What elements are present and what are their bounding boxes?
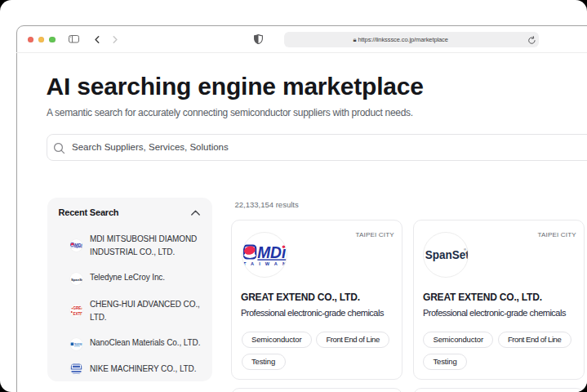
svg-text:TELEDYNE: TELEDYNE (74, 342, 82, 345)
svg-text:®: ® (464, 247, 466, 252)
svg-text:GRE﻿A: GRE﻿A (73, 306, 82, 310)
svg-text:MDi: MDi (74, 243, 82, 247)
svg-text:TAIWAN: TAIWAN (243, 261, 286, 266)
svg-text:SpanSet: SpanSet (425, 248, 468, 261)
svg-text:MDi: MDi (257, 243, 287, 261)
svg-text:SpanSet: SpanSet (71, 277, 82, 281)
